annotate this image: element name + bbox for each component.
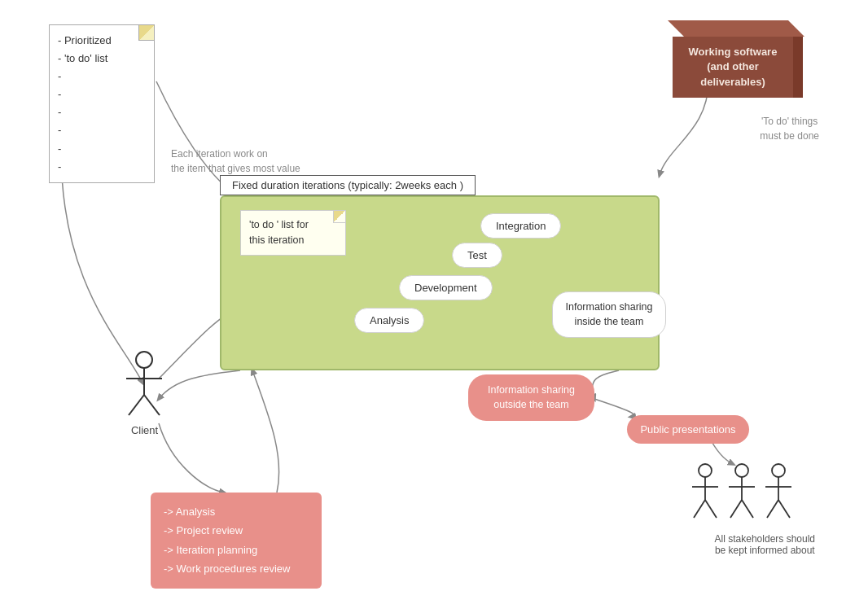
pill-development: Development — [399, 275, 493, 300]
client-label: Client — [122, 424, 167, 436]
svg-line-18 — [767, 500, 778, 518]
prioritized-line-8: - — [58, 158, 146, 176]
public-presentations-box: Public presentations — [627, 415, 749, 444]
prioritized-line-1: - Prioritized — [58, 32, 146, 50]
working-software-label: Working software(and other deliverables) — [679, 45, 787, 90]
pill-test: Test — [452, 243, 502, 268]
svg-line-8 — [694, 500, 705, 518]
fixed-duration-box: Fixed duration iterations (typically: 2w… — [220, 175, 476, 195]
action-project-review: -> Project review — [164, 521, 309, 540]
svg-point-0 — [136, 352, 152, 368]
prioritized-line-4: - — [58, 85, 146, 103]
pill-analysis: Analysis — [354, 308, 424, 333]
prioritized-list-box: - Prioritized - 'to do' list - - - - - - — [49, 24, 155, 183]
actions-box: -> Analysis -> Project review -> Iterati… — [151, 493, 322, 589]
info-share-outside-box: Information sharingoutside the team — [468, 374, 594, 421]
prioritized-line-6: - — [58, 121, 146, 139]
client-figure: Client — [122, 350, 167, 436]
action-analysis: -> Analysis — [164, 502, 309, 521]
svg-line-14 — [742, 500, 753, 518]
prioritized-line-5: - — [58, 103, 146, 121]
svg-point-10 — [735, 464, 748, 477]
svg-line-19 — [778, 500, 790, 518]
svg-line-4 — [144, 395, 160, 415]
working-software-box: Working software(and other deliverables) — [673, 20, 803, 98]
svg-line-13 — [730, 500, 742, 518]
svg-point-15 — [772, 464, 785, 477]
svg-point-5 — [699, 464, 712, 477]
prioritized-line-7: - — [58, 140, 146, 158]
action-iteration-planning: -> Iteration planning — [164, 541, 309, 559]
each-iteration-text: Each iteration work on the item that giv… — [171, 147, 300, 176]
pill-integration: Integration — [480, 213, 561, 239]
stakeholders-label: All stakeholders shouldbe kept informed … — [715, 533, 815, 556]
prioritized-line-2: - 'to do' list — [58, 50, 146, 68]
action-work-procedures: -> Work procedures review — [164, 559, 309, 578]
prioritized-line-3: - — [58, 68, 146, 85]
stakeholders-figures — [689, 462, 795, 523]
info-share-inside-box: Information sharinginside the team — [552, 291, 666, 338]
todo-iter-note: 'to do ' list forthis iteration — [240, 210, 346, 256]
svg-line-3 — [129, 395, 144, 415]
todo-must-text: 'To do' things must be done — [760, 114, 819, 143]
svg-line-9 — [705, 500, 717, 518]
